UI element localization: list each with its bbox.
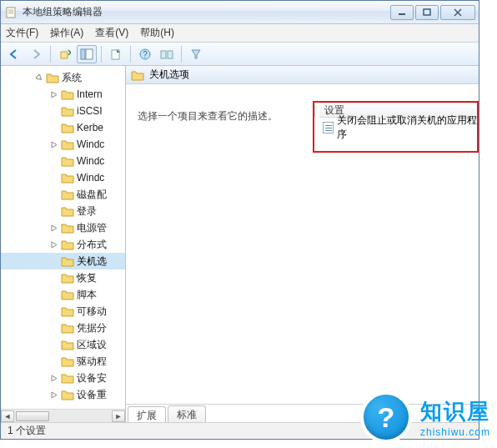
- tree-item-label: 驱动程: [77, 355, 107, 369]
- tree-item-label: Windc: [77, 155, 104, 167]
- forward-button[interactable]: [26, 45, 46, 63]
- expand-icon[interactable]: [51, 141, 61, 148]
- folder-icon: [61, 155, 74, 167]
- svg-rect-5: [424, 9, 430, 15]
- tree-item[interactable]: 磁盘配: [1, 186, 125, 203]
- tree-item[interactable]: 关机选: [1, 253, 125, 269]
- folder-icon: [61, 138, 74, 150]
- tree-item-label: Windc: [77, 172, 104, 184]
- tree-item[interactable]: 凭据分: [1, 320, 125, 336]
- separator: [130, 46, 131, 63]
- tree-item[interactable]: iSCSI: [1, 103, 125, 119]
- titlebar[interactable]: 本地组策略编辑器: [1, 1, 479, 24]
- maximize-button[interactable]: [415, 5, 439, 20]
- scroll-left-button[interactable]: ◄: [1, 410, 14, 422]
- folder-icon: [61, 105, 74, 117]
- tree-item[interactable]: 恢复: [1, 269, 125, 286]
- tree[interactable]: 系统InterniSCSIKerbeWindcWindcWindc磁盘配登录电源…: [1, 66, 125, 409]
- tree-root[interactable]: 系统: [1, 69, 125, 86]
- folder-icon: [61, 222, 74, 234]
- tabs-bar: 扩展 标准: [126, 404, 479, 422]
- tree-item-label: 磁盘配: [77, 188, 107, 202]
- tree-item[interactable]: Kerbe: [1, 119, 125, 136]
- minimize-button[interactable]: [390, 5, 414, 20]
- description-text: 选择一个项目来查看它的描述。: [138, 109, 278, 123]
- tree-item-label: 设备重: [77, 388, 107, 402]
- tree-item[interactable]: Intern: [1, 86, 125, 103]
- svg-rect-13: [161, 51, 166, 58]
- tree-item[interactable]: 脚本: [1, 286, 125, 303]
- tree-item-label: 设备安: [77, 371, 107, 385]
- folder-icon: [61, 205, 74, 217]
- scroll-right-button[interactable]: ►: [112, 410, 125, 422]
- details-title: 关机选项: [149, 68, 189, 82]
- app-icon: [4, 6, 18, 19]
- collapse-icon[interactable]: [36, 74, 46, 82]
- tree-item[interactable]: Windc: [1, 169, 125, 186]
- folder-icon: [61, 88, 74, 100]
- tree-item[interactable]: 驱动程: [1, 353, 125, 370]
- client-area: 系统InterniSCSIKerbeWindcWindcWindc磁盘配登录电源…: [1, 66, 479, 422]
- tree-item-label: 可移动: [77, 305, 107, 319]
- properties-button[interactable]: [157, 45, 177, 63]
- folder-icon: [131, 69, 144, 81]
- export-button[interactable]: [106, 45, 126, 63]
- help-button[interactable]: ?: [135, 45, 155, 63]
- svg-rect-0: [7, 8, 15, 18]
- folder-icon: [61, 355, 74, 367]
- folder-icon: [61, 289, 74, 300]
- tree-item[interactable]: 设备安: [1, 370, 125, 386]
- tree-item[interactable]: 登录: [1, 203, 125, 219]
- window-title: 本地组策略编辑器: [23, 5, 390, 19]
- scroll-track[interactable]: [14, 410, 112, 422]
- scroll-thumb[interactable]: [16, 411, 49, 421]
- tree-item[interactable]: Windc: [1, 136, 125, 153]
- svg-rect-14: [168, 51, 173, 58]
- expand-icon[interactable]: [51, 224, 61, 232]
- folder-icon: [61, 372, 74, 384]
- tree-item[interactable]: 分布式: [1, 236, 125, 253]
- folder-icon: [61, 339, 74, 350]
- separator: [50, 46, 51, 63]
- setting-row[interactable]: 关闭会阻止或取消关机的应用程序: [319, 119, 479, 136]
- up-button[interactable]: [55, 45, 75, 63]
- tree-item-label: 电源管: [77, 221, 107, 235]
- tree-item[interactable]: Windc: [1, 153, 125, 169]
- svg-text:?: ?: [143, 50, 148, 59]
- menu-help[interactable]: 帮助(H): [140, 26, 174, 40]
- tab-standard[interactable]: 标准: [168, 405, 206, 422]
- statusbar: 1 个设置: [1, 422, 479, 439]
- tree-hscrollbar[interactable]: ◄ ►: [1, 409, 125, 422]
- window-controls: [390, 5, 475, 20]
- details-body: 选择一个项目来查看它的描述。 设置 关闭会阻止或取消关机的应用程序: [126, 84, 479, 404]
- toolbar: ?: [1, 43, 479, 66]
- back-button[interactable]: [4, 45, 24, 63]
- tree-item-label: Intern: [77, 88, 103, 100]
- filter-button[interactable]: [186, 45, 206, 63]
- svg-rect-8: [81, 49, 85, 59]
- expand-icon[interactable]: [51, 375, 61, 382]
- tree-item[interactable]: 区域设: [1, 336, 125, 353]
- tree-item[interactable]: 可移动: [1, 303, 125, 320]
- tree-item[interactable]: 设备重: [1, 386, 125, 403]
- expand-icon[interactable]: [51, 241, 61, 249]
- menubar: 文件(F) 操作(A) 查看(V) 帮助(H): [1, 24, 479, 43]
- expand-icon[interactable]: [51, 391, 61, 399]
- menu-file[interactable]: 文件(F): [6, 26, 38, 40]
- expand-icon[interactable]: [51, 91, 61, 98]
- app-window: 本地组策略编辑器 文件(F) 操作(A) 查看(V) 帮助(H) ? 系统Int…: [0, 0, 479, 440]
- folder-icon: [61, 389, 74, 400]
- folder-icon: [61, 322, 74, 334]
- menu-action[interactable]: 操作(A): [50, 26, 83, 40]
- folder-icon: [61, 305, 74, 317]
- tab-extended[interactable]: 扩展: [128, 406, 166, 422]
- separator: [181, 46, 182, 63]
- show-tree-button[interactable]: [77, 45, 97, 63]
- folder-icon: [46, 72, 59, 83]
- tree-item-label: Windc: [77, 138, 104, 150]
- tree-item[interactable]: 电源管: [1, 219, 125, 236]
- tree-item-label: 系统: [62, 71, 82, 85]
- menu-view[interactable]: 查看(V): [95, 26, 128, 40]
- tree-pane: 系统InterniSCSIKerbeWindcWindcWindc磁盘配登录电源…: [1, 66, 126, 422]
- close-button[interactable]: [440, 5, 475, 20]
